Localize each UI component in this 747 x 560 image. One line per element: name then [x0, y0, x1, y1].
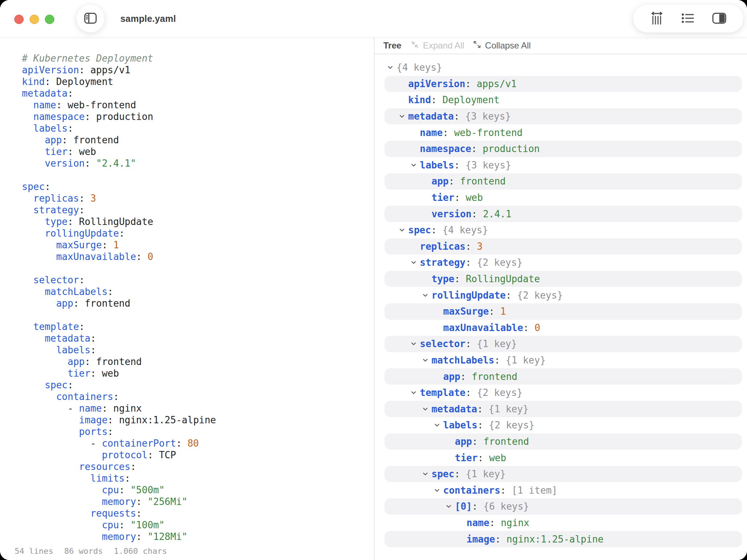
tree-row[interactable]: type: RollingUpdate: [384, 271, 742, 287]
tree-row[interactable]: maxUnavailable: 0: [384, 320, 742, 336]
minimize-button[interactable]: [30, 15, 39, 24]
collapse-all-label: Collapse All: [485, 40, 531, 51]
code-block: # Kubernetes DeploymentapiVersion: apps/…: [22, 52, 216, 542]
chevron-down-icon[interactable]: [399, 113, 408, 120]
collapse-all-button[interactable]: Collapse All: [472, 40, 531, 51]
tree-key: spec: [408, 225, 431, 236]
tree-row[interactable]: app: frontend: [384, 368, 742, 385]
editor-line: maxSurge: 1: [22, 239, 216, 251]
editor-line: requests:: [22, 508, 216, 519]
tree-value: 2.4.1: [483, 209, 511, 219]
status-line-count: 54 lines: [15, 547, 53, 556]
editor-line: containers:: [22, 391, 216, 402]
column-width-icon: [650, 11, 664, 27]
tree-row[interactable]: metadata: {3 keys}: [384, 108, 742, 125]
tree-row[interactable]: tier: web: [384, 450, 742, 466]
tree-key: namespace: [420, 143, 471, 154]
chevron-down-icon[interactable]: [410, 389, 420, 396]
tree-row[interactable]: tier: web: [384, 190, 742, 206]
panel-right-button[interactable]: [712, 12, 727, 26]
chevron-down-icon[interactable]: [422, 357, 431, 363]
tree-key: app: [455, 436, 472, 447]
tree-value: frontend: [483, 436, 529, 447]
editor-line: [22, 309, 216, 321]
tree-row[interactable]: namespace: production: [384, 141, 742, 157]
chevron-down-icon[interactable]: [399, 227, 408, 233]
editor-line: apiVersion: apps/v1: [22, 64, 216, 76]
tree-row[interactable]: version: 2.4.1: [384, 206, 742, 222]
chevron-down-icon[interactable]: [445, 503, 455, 510]
list-view-icon: [681, 12, 695, 26]
chevron-down-icon[interactable]: [387, 64, 396, 71]
tree-row[interactable]: template: {2 keys}: [384, 385, 742, 401]
chevron-down-icon[interactable]: [434, 422, 443, 428]
tree-row[interactable]: image: nginx:1.25-alpine: [384, 531, 742, 547]
column-width-button[interactable]: [650, 11, 664, 27]
tree-row[interactable]: spec: {4 keys}: [384, 222, 742, 238]
close-button[interactable]: [14, 15, 24, 24]
sidebar-toggle-button[interactable]: [77, 5, 104, 32]
editor-line: cpu: "100m": [22, 519, 216, 531]
chevron-down-icon[interactable]: [422, 406, 431, 412]
tree-row[interactable]: name: web-frontend: [384, 124, 742, 141]
tree-colon: :: [431, 225, 442, 236]
zoom-button[interactable]: [45, 15, 54, 24]
tree-value: apps/v1: [477, 78, 517, 89]
editor-line: cpu: "500m": [22, 484, 216, 496]
tree-row[interactable]: rollingUpdate: {2 keys}: [384, 287, 742, 303]
chevron-down-icon[interactable]: [410, 341, 420, 347]
list-view-button[interactable]: [681, 12, 695, 26]
tree-tab[interactable]: Tree: [383, 40, 401, 51]
tree-row[interactable]: spec: {1 key}: [384, 466, 742, 482]
tree-key: metadata: [408, 111, 454, 122]
tree-row[interactable]: selector: {1 key}: [384, 336, 742, 352]
editor-line: [22, 169, 216, 181]
tree-row[interactable]: matchLabels: {1 key}: [384, 352, 742, 369]
tree-colon: :: [449, 176, 460, 187]
tree-pane: Tree Expand All: [375, 37, 747, 560]
editor-line: template:: [22, 321, 216, 332]
editor-line: # Kubernetes Deployment: [22, 52, 216, 64]
tree-colon: :: [465, 257, 477, 268]
yaml-editor[interactable]: # Kubernetes DeploymentapiVersion: apps/…: [0, 37, 374, 560]
tree-key: name: [467, 517, 489, 528]
tree-row[interactable]: app: frontend: [384, 433, 742, 450]
chevron-down-icon[interactable]: [410, 259, 420, 266]
tree-row[interactable]: labels: {2 keys}: [384, 417, 742, 433]
chevron-down-icon[interactable]: [410, 162, 420, 168]
editor-line: ports:: [22, 426, 216, 438]
tree-row[interactable]: {4 keys}: [384, 59, 742, 76]
tree-value: Deployment: [442, 94, 500, 105]
tree-colon: :: [489, 306, 500, 317]
tree-row[interactable]: [0]: {6 keys}: [384, 498, 742, 515]
tree-row[interactable]: replicas: 3: [384, 238, 742, 255]
tree-key: version: [431, 209, 472, 219]
tree-colon: :: [523, 322, 534, 333]
chevron-down-icon[interactable]: [434, 487, 443, 494]
tree-key: rollingUpdate: [431, 290, 506, 301]
tree-row[interactable]: strategy: {2 keys}: [384, 254, 742, 271]
tree-colon: :: [460, 371, 472, 382]
tree-meta-value: {6 keys}: [483, 501, 529, 512]
tree-value: web-frontend: [454, 127, 523, 138]
tree-colon: :: [506, 290, 517, 301]
tree-row[interactable]: maxSurge: 1: [384, 303, 742, 320]
tree-row[interactable]: kind: Deployment: [384, 92, 742, 108]
expand-all-label: Expand All: [423, 40, 464, 51]
chevron-down-icon[interactable]: [422, 292, 431, 299]
tree-key: tier: [455, 452, 478, 463]
tree-row[interactable]: app: frontend: [384, 173, 742, 190]
tree-meta-value: {2 keys}: [489, 420, 534, 431]
chevron-down-icon[interactable]: [422, 471, 431, 477]
tree-colon: :: [465, 78, 477, 89]
editor-line: [22, 262, 216, 274]
editor-line: app: frontend: [22, 356, 216, 368]
tree-header: Tree Expand All: [375, 37, 747, 54]
expand-all-button[interactable]: Expand All: [410, 40, 464, 51]
tree-row[interactable]: apiVersion: apps/v1: [384, 76, 742, 92]
editor-line: tier: web: [22, 146, 216, 158]
tree-row[interactable]: labels: {3 keys}: [384, 157, 742, 174]
tree-row[interactable]: name: nginx: [384, 515, 742, 531]
tree-row[interactable]: containers: [1 item]: [384, 482, 742, 498]
tree-row[interactable]: metadata: {1 key}: [384, 401, 742, 417]
